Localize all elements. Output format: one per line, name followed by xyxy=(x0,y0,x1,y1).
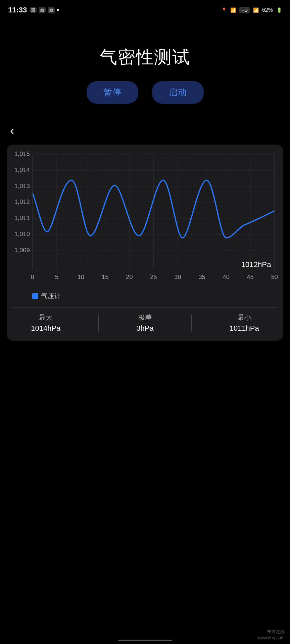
chart-wrap: 1,015 1,014 1,013 1,012 1,011 1,010 1,00… xyxy=(12,151,278,287)
watermark-line2: www.nhrj.com xyxy=(257,635,285,640)
svg-text:1,011: 1,011 xyxy=(14,214,30,221)
battery-percent: 62% xyxy=(262,7,273,13)
signal-bars-icon: 📶 xyxy=(253,7,259,13)
stat-min-label: 最小 xyxy=(238,313,251,322)
stat-max-label: 最大 xyxy=(39,313,52,322)
watermark: 宁海在线 www.nhrj.com xyxy=(257,629,285,640)
stat-divider-1 xyxy=(98,315,99,331)
stat-range-value: 3hPa xyxy=(136,324,153,333)
svg-text:1,015: 1,015 xyxy=(14,151,30,157)
stat-range: 极差 3hPa xyxy=(136,313,153,333)
stat-max: 最大 1014hPa xyxy=(31,313,60,333)
pressure-chart: 1,015 1,014 1,013 1,012 1,011 1,010 1,00… xyxy=(12,151,278,287)
stat-min-value: 1011hPa xyxy=(230,324,259,333)
svg-text:35: 35 xyxy=(198,273,205,280)
watermark-line1: 宁海在线 xyxy=(257,629,285,635)
main-content: 气密性测试 暂停 启动 ‹ xyxy=(0,19,290,341)
svg-text:5: 5 xyxy=(55,273,58,280)
status-right-icons: 📍 📶 HD 📶 62% 🔋 xyxy=(221,7,282,13)
svg-text:1,013: 1,013 xyxy=(14,182,30,190)
button-row: 暂停 启动 xyxy=(87,81,204,104)
dot-indicator: • xyxy=(57,6,59,14)
svg-text:1,010: 1,010 xyxy=(14,230,30,237)
hd-badge: HD xyxy=(239,7,250,13)
svg-text:25: 25 xyxy=(150,273,157,280)
svg-text:40: 40 xyxy=(223,273,229,280)
app-icon-1: 她 xyxy=(39,7,46,13)
chart-section: ‹ xyxy=(0,124,290,341)
start-button[interactable]: 启动 xyxy=(152,81,204,104)
time-display: 11:33 xyxy=(8,6,27,14)
chart-stats: 最大 1014hPa 极差 3hPa 最小 1011hPa xyxy=(12,307,278,333)
svg-text:45: 45 xyxy=(247,273,254,280)
svg-text:1,014: 1,014 xyxy=(14,166,30,173)
svg-text:1,009: 1,009 xyxy=(14,247,30,254)
svg-text:10: 10 xyxy=(78,273,84,280)
battery-icon: 🔋 xyxy=(276,7,282,13)
svg-text:15: 15 xyxy=(102,273,108,280)
legend-label: 气压计 xyxy=(41,291,61,301)
svg-text:1012hPa: 1012hPa xyxy=(241,260,271,269)
stat-range-label: 极差 xyxy=(138,313,152,322)
stat-min: 最小 1011hPa xyxy=(230,313,259,333)
wifi-icon: 📶 xyxy=(230,7,236,13)
svg-text:20: 20 xyxy=(126,273,133,280)
svg-text:0: 0 xyxy=(31,273,34,280)
status-icons: 🖼 她 她 • xyxy=(30,6,59,14)
status-time: 11:33 🖼 她 她 • xyxy=(8,6,59,14)
status-bar: 11:33 🖼 她 她 • 📍 📶 HD 📶 62% 🔋 xyxy=(0,0,290,19)
app-icon-2: 她 xyxy=(48,7,55,13)
location-icon: 📍 xyxy=(221,7,227,13)
stat-max-value: 1014hPa xyxy=(31,324,60,333)
bottom-bar: 宁海在线 www.nhrj.com xyxy=(0,626,290,644)
home-indicator xyxy=(118,640,172,641)
gallery-icon: 🖼 xyxy=(30,7,37,13)
legend-color-box xyxy=(32,293,38,299)
svg-text:1,012: 1,012 xyxy=(14,198,30,205)
page-title: 气密性测试 xyxy=(100,46,190,69)
chart-container: 1,015 1,014 1,013 1,012 1,011 1,010 1,00… xyxy=(7,145,283,341)
svg-text:30: 30 xyxy=(174,273,181,280)
back-button[interactable]: ‹ xyxy=(10,124,283,138)
pause-button[interactable]: 暂停 xyxy=(87,81,138,104)
chart-legend: 气压计 xyxy=(32,291,278,301)
svg-text:50: 50 xyxy=(271,273,278,280)
stat-divider-2 xyxy=(191,315,192,331)
button-divider xyxy=(145,86,145,99)
